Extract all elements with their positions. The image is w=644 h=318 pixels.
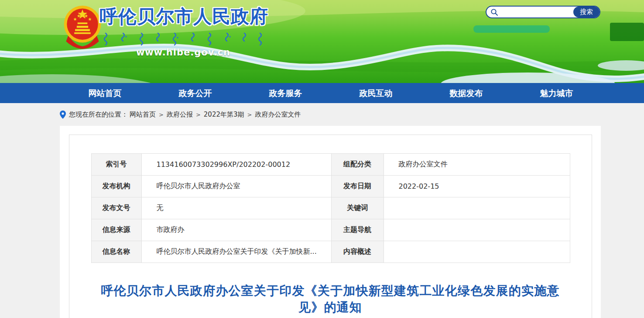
breadcrumb-link-home[interactable]: 网站首页 [130,111,156,119]
meta-value-keywords [384,197,570,219]
location-pin-icon [60,111,66,119]
meta-value-info-source: 市政府办 [141,219,331,241]
meta-label-category: 组配分类 [331,154,384,176]
nav-item-charming-city[interactable]: 魅力城市 [511,83,602,103]
meta-label-info-name: 信息名称 [91,241,141,263]
site-brand: 呼伦贝尔市人民政府 www.hlbe.gov.cn [99,4,267,58]
article-title: 呼伦贝尔市人民政府办公室关于印发《关于加快新型建筑工业化绿色发展的实施意见》的通… [99,283,562,316]
breadcrumb-separator: > [196,111,201,118]
search-icon [490,8,498,16]
meta-label-index-number: 索引号 [91,154,141,176]
main-navigation: 网站首页 政务公开 政务服务 政民互动 数据发布 魅力城市 [0,83,644,103]
nav-item-home[interactable]: 网站首页 [60,83,150,103]
meta-value-issuing-agency: 呼伦贝尔市人民政府办公室 [141,176,331,197]
meta-label-publish-date: 发布日期 [331,176,384,197]
table-row: 信息来源 市政府办 主题导航 [91,219,570,241]
nav-item-gov-services[interactable]: 政务服务 [240,83,331,103]
table-row: 索引号 1134160073302996XP/202202-00012 组配分类… [91,154,570,176]
meta-label-issuing-agency: 发布机构 [91,176,141,197]
breadcrumb-link-category[interactable]: 政府办公室文件 [255,111,301,119]
mongolian-script-decoration [102,32,264,46]
content-card: 索引号 1134160073302996XP/202202-00012 组配分类… [60,126,601,318]
meta-value-category: 政府办公室文件 [384,154,570,176]
site-url: www.hlbe.gov.cn [99,47,267,58]
meta-label-document-number: 发布文号 [91,197,141,219]
meta-value-document-number: 无 [141,197,331,219]
document-meta-table: 索引号 1134160073302996XP/202202-00012 组配分类… [91,153,570,263]
meta-value-summary [384,241,570,263]
meta-label-summary: 内容概述 [331,241,384,263]
table-row: 发布文号 无 关键词 [91,197,570,219]
site-header: 呼伦贝尔市人民政府 www.hlbe.gov.cn 搜索 [0,0,644,83]
table-row: 信息名称 呼伦贝尔市人民政府办公室关于印发《关于加快新... 内容概述 [91,241,570,263]
meta-value-publish-date: 2022-02-15 [384,176,570,197]
breadcrumb-prefix: 您现在所在的位置： [69,111,128,119]
breadcrumb: 您现在所在的位置： 网站首页 > 政府公报 > 2022年第3期 > 政府办公室… [0,103,644,126]
table-row: 发布机构 呼伦贝尔市人民政府办公室 发布日期 2022-02-15 [91,176,570,197]
breadcrumb-separator: > [159,111,164,118]
meta-label-info-source: 信息来源 [91,219,141,241]
national-emblem-logo [62,3,103,49]
nav-item-data-release[interactable]: 数据发布 [421,83,511,103]
nav-item-gov-info[interactable]: 政务公开 [150,83,240,103]
breadcrumb-separator: > [247,111,252,118]
meta-value-index-number: 1134160073302996XP/202202-00012 [141,154,331,176]
search-input[interactable] [498,7,573,17]
document-panel: 索引号 1134160073302996XP/202202-00012 组配分类… [69,135,592,318]
site-title: 呼伦贝尔市人民政府 [99,4,267,29]
meta-label-topic-nav: 主题导航 [331,219,384,241]
breadcrumb-link-gazette[interactable]: 政府公报 [167,111,193,119]
search-bar: 搜索 [486,6,600,18]
meta-value-topic-nav [384,219,570,241]
meta-value-info-name: 呼伦贝尔市人民政府办公室关于印发《关于加快新... [141,241,331,263]
search-button[interactable]: 搜索 [573,7,599,17]
breadcrumb-link-issue[interactable]: 2022年第3期 [204,111,244,119]
meta-label-keywords: 关键词 [331,197,384,219]
nav-item-interaction[interactable]: 政民互动 [331,83,421,103]
